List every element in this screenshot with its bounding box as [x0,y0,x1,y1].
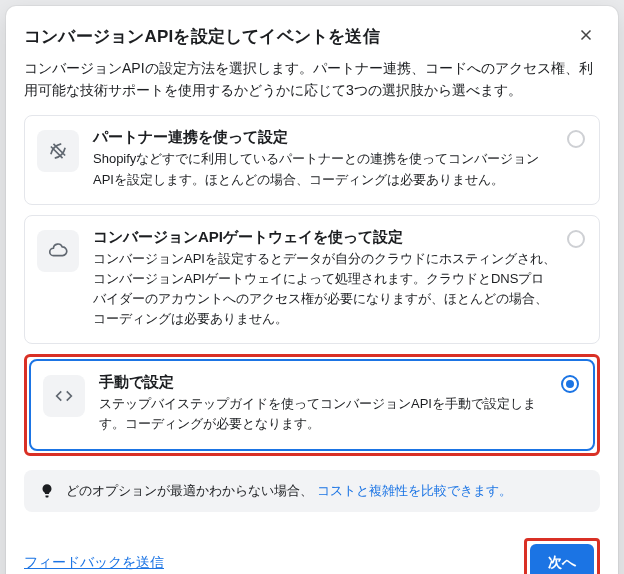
intro-text: コンバージョンAPIの設定方法を選択します。パートナー連携、コードへのアクセス権… [24,58,600,101]
option-body: 手動で設定 ステップバイステップガイドを使ってコンバージョンAPIを手動で設定し… [99,373,579,434]
code-icon [43,375,85,417]
option-gateway[interactable]: コンバージョンAPIゲートウェイを使って設定 コンバージョンAPIを設定するとデ… [24,215,600,345]
info-bar: どのオプションが最適かわからない場合、 コストと複雑性を比較できます。 [24,470,600,512]
option-desc: ステップバイステップガイドを使ってコンバージョンAPIを手動で設定します。コーデ… [99,394,551,434]
feedback-link[interactable]: フィードバックを送信 [24,554,164,572]
cloud-icon [37,230,79,272]
dialog-header: コンバージョンAPIを設定してイベントを送信 [24,22,600,50]
setup-dialog: コンバージョンAPIを設定してイベントを送信 コンバージョンAPIの設定方法を選… [6,6,618,574]
radio-unchecked[interactable] [567,230,585,248]
option-manual[interactable]: 手動で設定 ステップバイステップガイドを使ってコンバージョンAPIを手動で設定し… [29,359,595,450]
option-body: パートナー連携を使って設定 Shopifyなどすでに利用しているパートナーとの連… [93,128,585,189]
option-body: コンバージョンAPIゲートウェイを使って設定 コンバージョンAPIを設定するとデ… [93,228,585,330]
close-icon [577,26,595,47]
next-button[interactable]: 次へ [530,544,594,575]
dialog-footer: フィードバックを送信 次へ [24,538,600,575]
options-list: パートナー連携を使って設定 Shopifyなどすでに利用しているパートナーとの連… [24,115,600,455]
option-partner[interactable]: パートナー連携を使って設定 Shopifyなどすでに利用しているパートナーとの連… [24,115,600,204]
highlight-box-next: 次へ [524,538,600,575]
info-prefix: どのオプションが最適かわからない場合、 [66,483,313,498]
lightbulb-icon [38,482,56,500]
dialog-title: コンバージョンAPIを設定してイベントを送信 [24,25,380,48]
option-title: コンバージョンAPIゲートウェイを使って設定 [93,228,557,247]
option-desc: コンバージョンAPIを設定するとデータが自分のクラウドにホスティングされ、コンバ… [93,249,557,330]
info-text: どのオプションが最適かわからない場合、 コストと複雑性を比較できます。 [66,482,512,500]
partner-icon [37,130,79,172]
option-title: 手動で設定 [99,373,551,392]
option-title: パートナー連携を使って設定 [93,128,557,147]
close-button[interactable] [572,22,600,50]
compare-link[interactable]: コストと複雑性を比較できます。 [317,483,512,498]
highlight-box-option: 手動で設定 ステップバイステップガイドを使ってコンバージョンAPIを手動で設定し… [24,354,600,455]
option-desc: Shopifyなどすでに利用しているパートナーとの連携を使ってコンバージョンAP… [93,149,557,189]
